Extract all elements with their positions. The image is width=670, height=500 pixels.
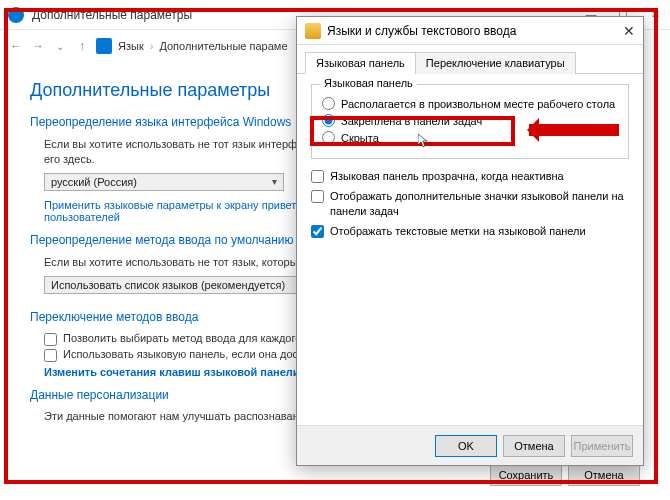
text-labels-checkbox[interactable]: Отображать текстовые метки на языковой п…	[311, 224, 629, 238]
radio-input[interactable]	[322, 97, 335, 110]
close-button[interactable]: ✕	[648, 8, 662, 21]
nav-back-icon[interactable]: ←	[8, 39, 24, 53]
breadcrumb-item[interactable]: Дополнительные параме	[159, 40, 287, 52]
transparent-checkbox[interactable]: Языковая панель прозрачна, когда неактив…	[311, 169, 629, 183]
dialog-titlebar: Языки и службы текстового ввода ✕	[297, 17, 643, 45]
radio-label: Скрыта	[341, 132, 379, 144]
checkbox-input[interactable]	[311, 190, 324, 203]
checkbox-input[interactable]	[44, 349, 57, 362]
dialog-button-bar: OK Отмена Применить	[297, 425, 643, 465]
extra-icons-checkbox[interactable]: Отображать дополнительные значки языково…	[311, 189, 629, 218]
control-panel-icon	[96, 38, 112, 54]
checkbox-label: Использовать языковую панель, если она д…	[63, 348, 327, 360]
radio-label: Закреплена в панели задач	[341, 115, 482, 127]
cancel-button[interactable]: Отмена	[503, 435, 565, 457]
input-method-combo[interactable]: Использовать список языков (рекомендуетс…	[44, 276, 314, 294]
dialog-icon	[305, 23, 321, 39]
radio-label: Располагается в произвольном месте рабоч…	[341, 98, 615, 110]
radio-hidden[interactable]: Скрыта	[322, 131, 618, 144]
combo-value: Использовать список языков (рекомендуетс…	[51, 279, 285, 291]
radio-input[interactable]	[322, 131, 335, 144]
radio-input[interactable]	[322, 114, 335, 127]
checkbox-input[interactable]	[311, 170, 324, 183]
app-icon	[8, 7, 24, 23]
ok-button[interactable]: OK	[435, 435, 497, 457]
checkbox-label: Отображать дополнительные значки языково…	[330, 189, 629, 218]
chevron-down-icon[interactable]: ⌄	[52, 41, 68, 52]
group-title: Языковая панель	[320, 77, 417, 89]
breadcrumb-item[interactable]: Язык	[118, 40, 144, 52]
apply-button[interactable]: Применить	[571, 435, 633, 457]
radio-taskbar[interactable]: Закреплена в панели задач	[322, 114, 618, 127]
cancel-button[interactable]: Отмена	[568, 464, 640, 486]
radio-floating[interactable]: Располагается в произвольном месте рабоч…	[322, 97, 618, 110]
tab-strip: Языковая панель Переключение клавиатуры	[297, 45, 643, 74]
language-bar-group: Языковая панель Располагается в произвол…	[311, 84, 629, 159]
tab-language-bar[interactable]: Языковая панель	[305, 52, 416, 74]
checkbox-label: Отображать текстовые метки на языковой п…	[330, 224, 586, 238]
tab-keyboard-switch[interactable]: Переключение клавиатуры	[415, 52, 576, 74]
save-button[interactable]: Сохранить	[490, 464, 562, 486]
checkbox-input[interactable]	[311, 225, 324, 238]
page-button-bar: Сохранить Отмена	[490, 464, 640, 486]
nav-forward-icon[interactable]: →	[30, 39, 46, 53]
dialog-body: Языковая панель Располагается в произвол…	[297, 74, 643, 425]
checkbox-label: Языковая панель прозрачна, когда неактив…	[330, 169, 564, 183]
dialog-close-button[interactable]: ✕	[623, 23, 635, 39]
text-services-dialog: Языки и службы текстового ввода ✕ Языков…	[296, 16, 644, 466]
breadcrumb-sep: ›	[150, 40, 154, 52]
nav-up-icon[interactable]: ↑	[74, 39, 90, 53]
ui-language-combo[interactable]: русский (Россия)	[44, 173, 284, 191]
checkbox-input[interactable]	[44, 333, 57, 346]
dialog-title: Языки и службы текстового ввода	[327, 24, 623, 38]
combo-value: русский (Россия)	[51, 176, 137, 188]
